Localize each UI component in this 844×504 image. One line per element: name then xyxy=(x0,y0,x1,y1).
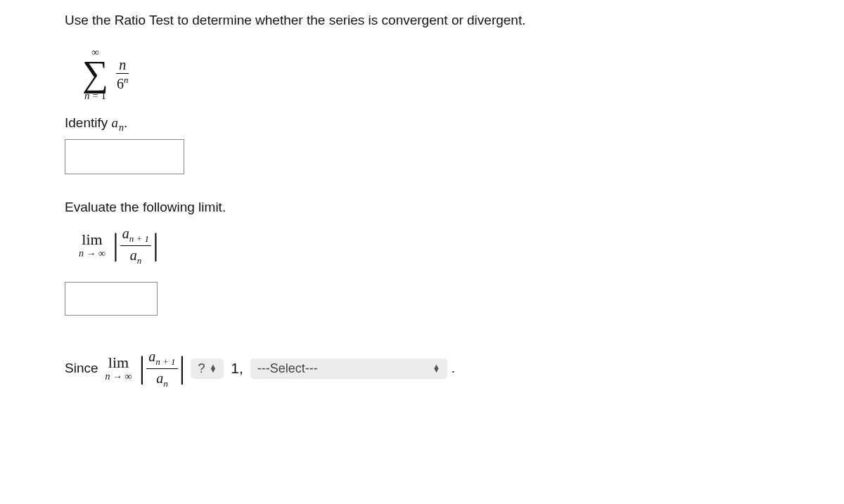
series-expression: ∞ ∑ n = 1 n 6n xyxy=(82,47,132,101)
abs-bar-right: | xyxy=(151,235,160,257)
limit-expression: lim n → ∞ | an + 1 an | xyxy=(79,226,160,265)
question-prompt: Use the Ratio Test to determine whether … xyxy=(65,13,844,28)
identify-an-input[interactable] xyxy=(65,139,184,174)
identify-an-label: Identify an. xyxy=(65,115,844,134)
conclusion-select-value: ---Select--- xyxy=(257,361,318,376)
series-numerator: n xyxy=(116,58,129,74)
sigma-lower-bound: n = 1 xyxy=(84,91,106,101)
evaluate-limit-heading: Evaluate the following limit. xyxy=(65,200,844,215)
conclusion-row: Since lim n → ∞ | an + 1 an | ? xyxy=(65,349,844,388)
conclusion-select[interactable]: ---Select--- ▲▼ xyxy=(250,358,447,379)
chevron-updown-icon: ▲▼ xyxy=(209,365,217,373)
lim-under: n → ∞ xyxy=(79,248,106,259)
ratio-denominator: an xyxy=(128,246,144,265)
conclusion-period: . xyxy=(452,361,455,376)
one-label: 1, xyxy=(231,360,243,377)
limit-answer-input[interactable] xyxy=(65,282,158,316)
sigma-symbol: ∑ xyxy=(82,58,108,91)
since-label: Since xyxy=(65,361,98,376)
ratio-numerator: an + 1 xyxy=(120,226,151,246)
series-denominator: 6n xyxy=(114,74,132,91)
chevron-updown-icon: ▲▼ xyxy=(433,365,440,373)
abs-bar-left: | xyxy=(111,235,120,257)
conclusion-limit-expression: lim n → ∞ | an + 1 an | xyxy=(106,349,187,388)
comparison-value: ? xyxy=(198,361,205,376)
comparison-dropdown[interactable]: ? ▲▼ xyxy=(191,358,224,379)
lim-word: lim xyxy=(82,231,102,248)
